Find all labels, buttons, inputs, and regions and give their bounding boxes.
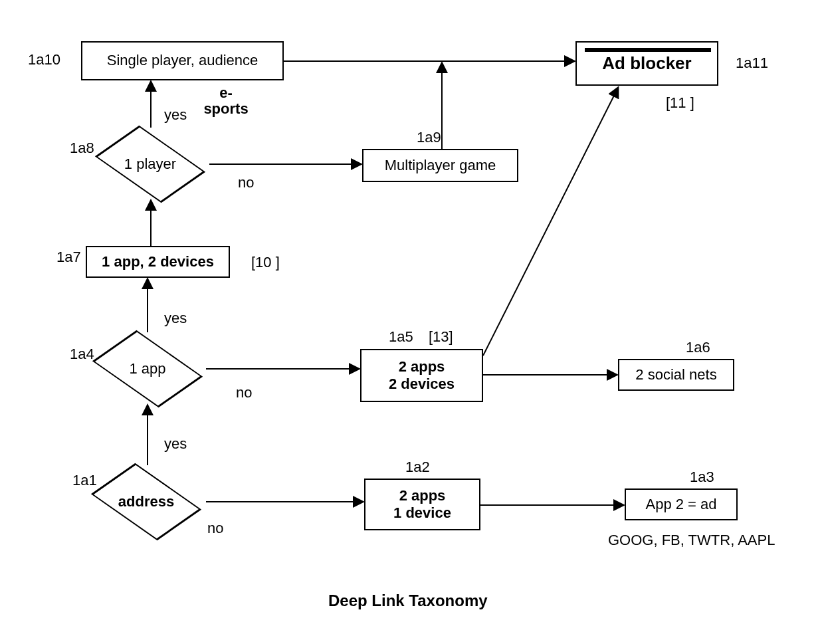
- ref-1a6: 1a6: [686, 339, 710, 356]
- ref-1a5: 1a5: [389, 328, 413, 346]
- ref-1a4: 1a4: [70, 346, 94, 363]
- node-text: Ad blocker: [602, 53, 691, 74]
- svg-line-6: [483, 88, 618, 356]
- node-address: address: [86, 465, 206, 538]
- ref-1a10: 1a10: [28, 51, 60, 68]
- label-no-a8: no: [238, 174, 254, 191]
- node-multiplayer-game: Multiplayer game: [362, 149, 518, 182]
- ref-1a7: 1a7: [56, 249, 81, 266]
- bracket-11: [11 ]: [666, 94, 694, 112]
- node-2-apps-1-device: 2 apps 1 device: [364, 479, 480, 530]
- node-text: 2 social nets: [635, 366, 716, 383]
- node-single-player-audience: Single player, audience: [81, 41, 284, 80]
- label-yes-a4: yes: [164, 310, 187, 327]
- ref-1a3: 1a3: [690, 469, 714, 486]
- ref-1a8: 1a8: [70, 140, 94, 157]
- ref-1a1: 1a1: [72, 472, 97, 489]
- node-1-player: 1 player: [90, 128, 210, 201]
- label-esports: e- sports: [199, 85, 253, 117]
- ad-blocker-bar: [585, 48, 711, 52]
- ref-1a2: 1a2: [405, 459, 430, 476]
- bracket-10: [10 ]: [251, 254, 280, 271]
- node-2-social-nets: 2 social nets: [618, 359, 734, 391]
- ref-1a11: 1a11: [736, 54, 768, 72]
- node-1-app-2-devices: 1 app, 2 devices: [86, 246, 230, 278]
- label-no-a1: no: [207, 520, 223, 537]
- sub-a3: GOOG, FB, TWTR, AAPL: [608, 532, 775, 549]
- node-2-apps-2-devices: 2 apps 2 devices: [360, 349, 483, 402]
- node-app-2-ad: App 2 = ad: [625, 488, 738, 520]
- node-text: Multiplayer game: [385, 157, 496, 174]
- diagram-title: Deep Link Taxonomy: [328, 591, 488, 610]
- bracket-13: [13]: [429, 328, 453, 346]
- label-yes-a1: yes: [164, 435, 187, 453]
- node-text: 2 apps 2 devices: [389, 358, 455, 393]
- ref-1a9: 1a9: [417, 129, 441, 146]
- node-1-app: 1 app: [88, 332, 207, 405]
- node-text: 2 apps 1 device: [393, 487, 451, 522]
- node-text: App 2 = ad: [645, 496, 716, 513]
- label-no-a4: no: [236, 384, 252, 401]
- label-yes-a8: yes: [164, 106, 187, 124]
- node-text: Single player, audience: [107, 52, 258, 69]
- node-text: 1 app, 2 devices: [102, 253, 214, 270]
